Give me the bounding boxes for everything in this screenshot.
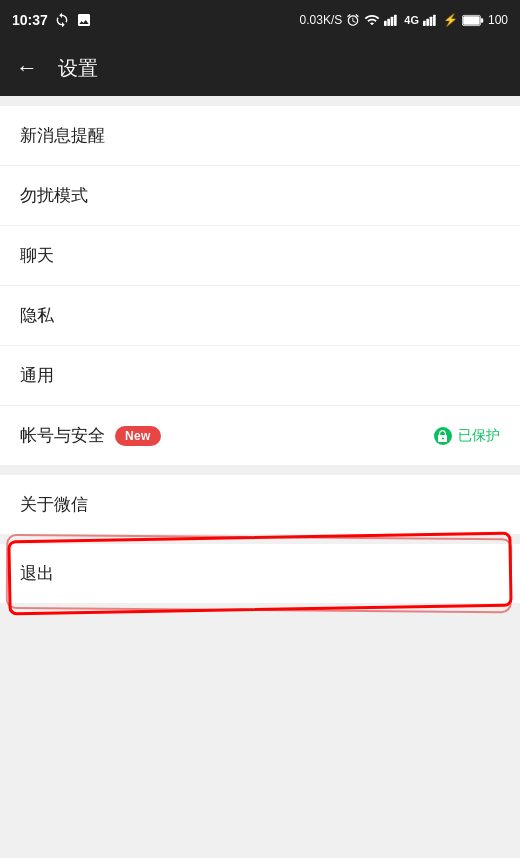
protected-text: 已保护 [458, 427, 500, 445]
svg-rect-1 [388, 19, 391, 26]
svg-rect-5 [426, 19, 429, 26]
signal-icon [384, 13, 400, 27]
settings-section-logout: 退出 [0, 544, 520, 603]
signal-bars-icon [423, 13, 439, 27]
svg-rect-6 [430, 17, 433, 26]
logout-item[interactable]: 退出 [0, 544, 520, 603]
settings-section-about: 关于微信 [0, 475, 520, 534]
settings-content: 新消息提醒 勿扰模式 聊天 隐私 通用 帐号与安全 New [0, 96, 520, 603]
notifications-label: 新消息提醒 [20, 124, 105, 147]
account-label: 帐号与安全 [20, 424, 105, 447]
general-label: 通用 [20, 364, 54, 387]
privacy-label: 隐私 [20, 304, 54, 327]
dnd-label: 勿扰模式 [20, 184, 88, 207]
about-label: 关于微信 [20, 493, 88, 516]
battery-icon [462, 14, 484, 27]
svg-rect-0 [384, 21, 387, 26]
settings-item-notifications[interactable]: 新消息提醒 [0, 106, 520, 166]
back-button[interactable]: ← [16, 55, 38, 81]
svg-rect-4 [423, 21, 426, 26]
logout-label: 退出 [20, 564, 54, 583]
lock-icon [434, 427, 452, 445]
svg-rect-2 [391, 17, 394, 26]
settings-item-about[interactable]: 关于微信 [0, 475, 520, 534]
svg-rect-7 [433, 15, 436, 26]
status-bar-right: 0.03K/S 4G ⚡ [300, 12, 508, 28]
sync-icon [54, 12, 70, 28]
svg-rect-3 [394, 15, 397, 26]
settings-section-main: 新消息提醒 勿扰模式 聊天 隐私 通用 帐号与安全 New [0, 106, 520, 465]
settings-item-account[interactable]: 帐号与安全 New 已保护 [0, 406, 520, 465]
settings-item-chat[interactable]: 聊天 [0, 226, 520, 286]
data-speed: 0.03K/S [300, 13, 343, 27]
new-badge: New [115, 426, 161, 446]
nav-bar: ← 设置 [0, 40, 520, 96]
svg-rect-10 [481, 18, 483, 23]
svg-rect-9 [463, 16, 480, 25]
wifi-icon [364, 12, 380, 28]
alarm-icon [346, 13, 360, 27]
settings-item-general[interactable]: 通用 [0, 346, 520, 406]
status-time: 10:37 [12, 12, 48, 28]
settings-item-privacy[interactable]: 隐私 [0, 286, 520, 346]
4g-icon: 4G [404, 14, 419, 26]
image-icon [76, 12, 92, 28]
status-bar-left: 10:37 [12, 12, 92, 28]
settings-item-dnd[interactable]: 勿扰模式 [0, 166, 520, 226]
page-title: 设置 [58, 55, 98, 82]
status-bar: 10:37 0.03K/S 4G [0, 0, 520, 40]
bolt-icon: ⚡ [443, 13, 458, 27]
chat-label: 聊天 [20, 244, 54, 267]
battery-level: 100 [488, 13, 508, 27]
